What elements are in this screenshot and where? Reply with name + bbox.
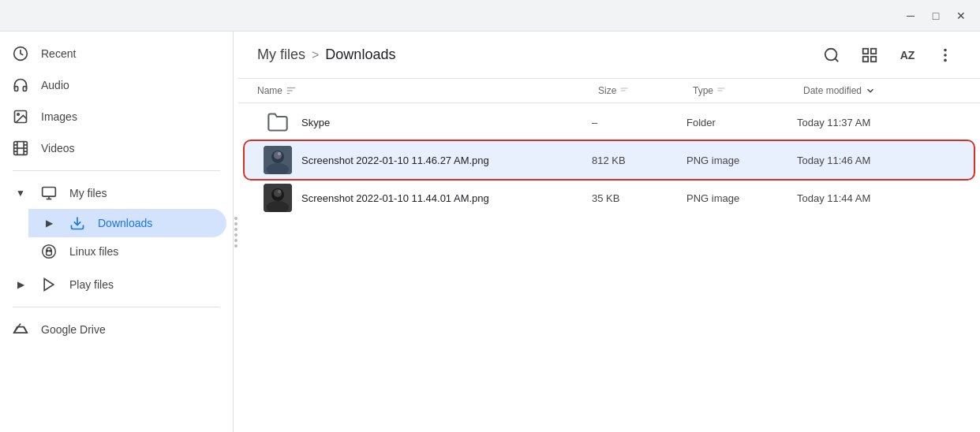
grid-view-button[interactable] [854, 39, 885, 71]
titlebar: ─ □ ✕ [0, 0, 980, 32]
svg-point-19 [825, 48, 837, 60]
sidebar-item-linux-label: Linux files [69, 245, 118, 258]
sidebar-item-downloads[interactable]: ▶ Downloads [28, 209, 226, 237]
col-header-size[interactable]: Size [598, 85, 693, 96]
svg-point-38 [274, 151, 282, 159]
file-list-header: Name Size Type [238, 79, 980, 103]
col-header-type[interactable]: Type [693, 85, 803, 96]
svg-point-44 [278, 190, 281, 193]
sidebar-item-myfiles[interactable]: ▼ My files [0, 177, 226, 209]
file-date-screenshot2: Today 11:44 AM [797, 192, 955, 204]
search-button[interactable] [816, 39, 847, 71]
more-options-button[interactable] [930, 39, 961, 71]
sidebar-item-audio[interactable]: Audio [0, 69, 226, 101]
sidebar-item-recent-label: Recent [41, 47, 214, 60]
myfiles-expand-arrow[interactable]: ▼ [13, 185, 28, 201]
myfiles-subitems: ▶ Downloads [28, 209, 233, 266]
download-icon [69, 215, 85, 231]
file-thumbnail-screenshot1 [264, 146, 292, 174]
sidebar-item-googledrive-label: Google Drive [41, 323, 214, 336]
breadcrumb-downloads: Downloads [325, 47, 395, 63]
sidebar-item-videos-label: Videos [41, 142, 214, 155]
file-name-cell-screenshot1: Screenshot 2022-01-10 11.46.27 AM.png [264, 146, 592, 174]
film-icon [13, 140, 28, 156]
sidebar-item-images-label: Images [41, 110, 214, 123]
file-type-screenshot2: PNG image [686, 192, 797, 204]
linux-icon [41, 244, 57, 259]
laptop-icon [41, 185, 57, 201]
svg-line-20 [835, 58, 838, 61]
svg-point-17 [50, 250, 51, 251]
sidebar: Recent Audio Images [0, 32, 234, 432]
app-container: Recent Audio Images [0, 32, 980, 432]
breadcrumb-separator: > [312, 48, 319, 62]
file-date-screenshot1: Today 11:46 AM [797, 155, 955, 166]
sidebar-resize-handle[interactable] [234, 32, 238, 432]
col-header-name[interactable]: Name [257, 85, 598, 96]
sidebar-item-downloads-label: Downloads [98, 217, 152, 229]
svg-point-16 [47, 250, 49, 251]
svg-point-43 [274, 189, 282, 197]
breadcrumb: My files > Downloads [257, 47, 395, 63]
downloads-expand-arrow[interactable]: ▶ [41, 215, 57, 231]
svg-marker-18 [44, 279, 54, 291]
svg-rect-22 [871, 48, 876, 53]
close-button[interactable]: ✕ [952, 6, 971, 25]
sidebar-group-myfiles: ▼ My files ▶ [0, 177, 233, 266]
sidebar-item-videos[interactable]: Videos [0, 132, 226, 164]
playfiles-expand-arrow[interactable]: ▶ [13, 277, 28, 292]
file-name-cell-screenshot2: Screenshot 2022-01-10 11.44.01 AM.png [264, 184, 592, 212]
file-date-skype: Today 11:37 AM [797, 117, 955, 128]
sidebar-item-linux[interactable]: Linux files [28, 237, 226, 266]
svg-rect-11 [43, 188, 56, 197]
breadcrumb-myfiles[interactable]: My files [257, 47, 305, 63]
file-size-skype: – [592, 117, 686, 128]
sidebar-divider [13, 170, 220, 171]
file-name-screenshot2: Screenshot 2022-01-10 11.44.01 AM.png [301, 192, 489, 204]
sidebar-item-googledrive[interactable]: Google Drive [0, 314, 226, 345]
sort-label: AZ [900, 49, 915, 61]
sort-button[interactable]: AZ [892, 39, 923, 71]
file-name-skype: Skype [301, 117, 330, 128]
svg-rect-21 [863, 48, 868, 53]
sidebar-item-audio-label: Audio [41, 79, 214, 91]
file-size-screenshot2: 35 KB [592, 192, 686, 204]
clock-icon [13, 46, 28, 61]
image-icon [13, 109, 28, 125]
file-type-screenshot1: PNG image [686, 155, 797, 166]
file-list: Name Size Type [238, 79, 980, 432]
file-size-screenshot1: 812 KB [592, 155, 686, 166]
svg-point-2 [17, 114, 19, 116]
file-type-skype: Folder [686, 117, 797, 128]
svg-point-39 [278, 152, 281, 155]
file-row-screenshot1[interactable]: Screenshot 2022-01-10 11.46.27 AM.png 81… [245, 141, 974, 179]
sidebar-item-playfiles-label: Play files [69, 278, 214, 291]
file-name-screenshot1: Screenshot 2022-01-10 11.46.27 AM.png [301, 155, 489, 166]
resize-dots [234, 217, 238, 248]
svg-rect-24 [863, 56, 868, 61]
col-header-date[interactable]: Date modified [803, 85, 961, 96]
minimize-button[interactable]: ─ [901, 6, 920, 25]
main-content: My files > Downloads [238, 32, 980, 432]
svg-rect-23 [871, 56, 876, 61]
header-actions: AZ [816, 39, 961, 71]
sidebar-divider-2 [13, 307, 220, 307]
play-icon [41, 277, 57, 292]
svg-point-15 [43, 245, 56, 259]
file-name-cell-skype: Skype [264, 108, 592, 136]
file-thumbnail-screenshot2 [264, 184, 292, 212]
sidebar-item-images[interactable]: Images [0, 101, 226, 132]
svg-point-25 [944, 49, 946, 50]
sidebar-item-playfiles[interactable]: ▶ Play files [0, 269, 226, 300]
headphones-icon [13, 77, 28, 93]
sidebar-item-recent[interactable]: Recent [0, 38, 226, 69]
svg-point-26 [944, 54, 946, 56]
content-header: My files > Downloads [238, 32, 980, 79]
drive-icon [13, 322, 28, 337]
file-row-skype[interactable]: Skype – Folder Today 11:37 AM [245, 103, 974, 141]
folder-icon [264, 108, 292, 136]
maximize-button[interactable]: □ [926, 6, 945, 25]
file-row-screenshot2[interactable]: Screenshot 2022-01-10 11.44.01 AM.png 35… [245, 179, 974, 217]
svg-point-27 [944, 59, 946, 61]
sidebar-item-myfiles-label: My files [69, 187, 214, 199]
